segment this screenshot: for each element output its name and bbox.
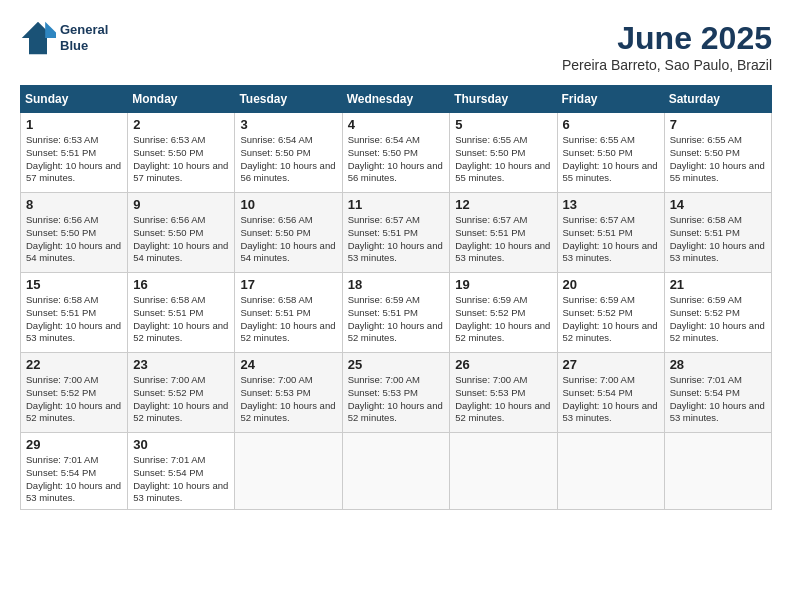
calendar-cell [664,433,771,510]
day-number: 12 [455,197,551,212]
calendar-cell: 27Sunrise: 7:00 AMSunset: 5:54 PMDayligh… [557,353,664,433]
day-info: Sunrise: 7:00 AMSunset: 5:54 PMDaylight:… [563,374,659,425]
day-info: Sunrise: 6:55 AMSunset: 5:50 PMDaylight:… [563,134,659,185]
day-number: 19 [455,277,551,292]
calendar-cell: 28Sunrise: 7:01 AMSunset: 5:54 PMDayligh… [664,353,771,433]
calendar-cell: 29Sunrise: 7:01 AMSunset: 5:54 PMDayligh… [21,433,128,510]
day-number: 5 [455,117,551,132]
day-number: 10 [240,197,336,212]
day-info: Sunrise: 6:59 AMSunset: 5:52 PMDaylight:… [563,294,659,345]
page-header: General Blue June 2025 Pereira Barreto, … [20,20,772,73]
day-number: 9 [133,197,229,212]
calendar-week-row: 29Sunrise: 7:01 AMSunset: 5:54 PMDayligh… [21,433,772,510]
calendar-cell: 11Sunrise: 6:57 AMSunset: 5:51 PMDayligh… [342,193,450,273]
day-info: Sunrise: 7:01 AMSunset: 5:54 PMDaylight:… [670,374,766,425]
column-header-monday: Monday [128,86,235,113]
calendar-cell: 8Sunrise: 6:56 AMSunset: 5:50 PMDaylight… [21,193,128,273]
day-number: 14 [670,197,766,212]
calendar-cell: 21Sunrise: 6:59 AMSunset: 5:52 PMDayligh… [664,273,771,353]
calendar-cell: 26Sunrise: 7:00 AMSunset: 5:53 PMDayligh… [450,353,557,433]
logo-icon [20,20,56,56]
day-info: Sunrise: 6:57 AMSunset: 5:51 PMDaylight:… [348,214,445,265]
calendar-week-row: 1Sunrise: 6:53 AMSunset: 5:51 PMDaylight… [21,113,772,193]
day-number: 25 [348,357,445,372]
calendar-cell: 15Sunrise: 6:58 AMSunset: 5:51 PMDayligh… [21,273,128,353]
calendar-week-row: 22Sunrise: 7:00 AMSunset: 5:52 PMDayligh… [21,353,772,433]
logo: General Blue [20,20,108,56]
day-info: Sunrise: 7:00 AMSunset: 5:53 PMDaylight:… [240,374,336,425]
day-number: 8 [26,197,122,212]
day-info: Sunrise: 6:56 AMSunset: 5:50 PMDaylight:… [26,214,122,265]
day-number: 20 [563,277,659,292]
calendar-cell: 6Sunrise: 6:55 AMSunset: 5:50 PMDaylight… [557,113,664,193]
day-info: Sunrise: 6:58 AMSunset: 5:51 PMDaylight:… [133,294,229,345]
day-number: 23 [133,357,229,372]
day-number: 24 [240,357,336,372]
calendar-cell: 18Sunrise: 6:59 AMSunset: 5:51 PMDayligh… [342,273,450,353]
calendar-cell: 17Sunrise: 6:58 AMSunset: 5:51 PMDayligh… [235,273,342,353]
day-info: Sunrise: 6:56 AMSunset: 5:50 PMDaylight:… [240,214,336,265]
calendar-cell: 22Sunrise: 7:00 AMSunset: 5:52 PMDayligh… [21,353,128,433]
day-number: 2 [133,117,229,132]
day-info: Sunrise: 6:58 AMSunset: 5:51 PMDaylight:… [240,294,336,345]
day-info: Sunrise: 6:55 AMSunset: 5:50 PMDaylight:… [670,134,766,185]
logo-line2: Blue [60,38,108,54]
calendar-cell: 3Sunrise: 6:54 AMSunset: 5:50 PMDaylight… [235,113,342,193]
day-number: 21 [670,277,766,292]
column-header-thursday: Thursday [450,86,557,113]
month-title: June 2025 [562,20,772,57]
calendar-week-row: 8Sunrise: 6:56 AMSunset: 5:50 PMDaylight… [21,193,772,273]
day-info: Sunrise: 6:58 AMSunset: 5:51 PMDaylight:… [670,214,766,265]
day-info: Sunrise: 6:59 AMSunset: 5:51 PMDaylight:… [348,294,445,345]
day-info: Sunrise: 6:57 AMSunset: 5:51 PMDaylight:… [563,214,659,265]
calendar-cell: 16Sunrise: 6:58 AMSunset: 5:51 PMDayligh… [128,273,235,353]
logo-text: General Blue [60,22,108,53]
day-info: Sunrise: 6:58 AMSunset: 5:51 PMDaylight:… [26,294,122,345]
calendar-cell: 23Sunrise: 7:00 AMSunset: 5:52 PMDayligh… [128,353,235,433]
title-block: June 2025 Pereira Barreto, Sao Paulo, Br… [562,20,772,73]
day-number: 11 [348,197,445,212]
day-number: 17 [240,277,336,292]
day-number: 16 [133,277,229,292]
calendar-cell: 24Sunrise: 7:00 AMSunset: 5:53 PMDayligh… [235,353,342,433]
day-number: 28 [670,357,766,372]
day-info: Sunrise: 6:59 AMSunset: 5:52 PMDaylight:… [455,294,551,345]
day-number: 26 [455,357,551,372]
day-number: 22 [26,357,122,372]
calendar-header-row: SundayMondayTuesdayWednesdayThursdayFrid… [21,86,772,113]
day-number: 18 [348,277,445,292]
day-info: Sunrise: 7:00 AMSunset: 5:52 PMDaylight:… [26,374,122,425]
day-number: 30 [133,437,229,452]
logo-line1: General [60,22,108,38]
calendar-week-row: 15Sunrise: 6:58 AMSunset: 5:51 PMDayligh… [21,273,772,353]
calendar-cell: 20Sunrise: 6:59 AMSunset: 5:52 PMDayligh… [557,273,664,353]
calendar-cell [342,433,450,510]
calendar-table: SundayMondayTuesdayWednesdayThursdayFrid… [20,85,772,510]
day-info: Sunrise: 7:01 AMSunset: 5:54 PMDaylight:… [26,454,122,505]
column-header-tuesday: Tuesday [235,86,342,113]
location-title: Pereira Barreto, Sao Paulo, Brazil [562,57,772,73]
day-info: Sunrise: 6:53 AMSunset: 5:51 PMDaylight:… [26,134,122,185]
day-info: Sunrise: 6:54 AMSunset: 5:50 PMDaylight:… [348,134,445,185]
day-number: 15 [26,277,122,292]
calendar-cell: 1Sunrise: 6:53 AMSunset: 5:51 PMDaylight… [21,113,128,193]
calendar-cell [557,433,664,510]
day-info: Sunrise: 7:00 AMSunset: 5:52 PMDaylight:… [133,374,229,425]
day-info: Sunrise: 6:56 AMSunset: 5:50 PMDaylight:… [133,214,229,265]
day-info: Sunrise: 7:01 AMSunset: 5:54 PMDaylight:… [133,454,229,505]
day-number: 3 [240,117,336,132]
calendar-cell: 7Sunrise: 6:55 AMSunset: 5:50 PMDaylight… [664,113,771,193]
day-number: 27 [563,357,659,372]
calendar-cell: 25Sunrise: 7:00 AMSunset: 5:53 PMDayligh… [342,353,450,433]
calendar-cell [450,433,557,510]
column-header-friday: Friday [557,86,664,113]
calendar-cell: 4Sunrise: 6:54 AMSunset: 5:50 PMDaylight… [342,113,450,193]
day-info: Sunrise: 6:55 AMSunset: 5:50 PMDaylight:… [455,134,551,185]
calendar-cell: 10Sunrise: 6:56 AMSunset: 5:50 PMDayligh… [235,193,342,273]
column-header-sunday: Sunday [21,86,128,113]
calendar-cell: 19Sunrise: 6:59 AMSunset: 5:52 PMDayligh… [450,273,557,353]
column-header-saturday: Saturday [664,86,771,113]
calendar-cell: 9Sunrise: 6:56 AMSunset: 5:50 PMDaylight… [128,193,235,273]
day-info: Sunrise: 7:00 AMSunset: 5:53 PMDaylight:… [455,374,551,425]
day-info: Sunrise: 6:59 AMSunset: 5:52 PMDaylight:… [670,294,766,345]
